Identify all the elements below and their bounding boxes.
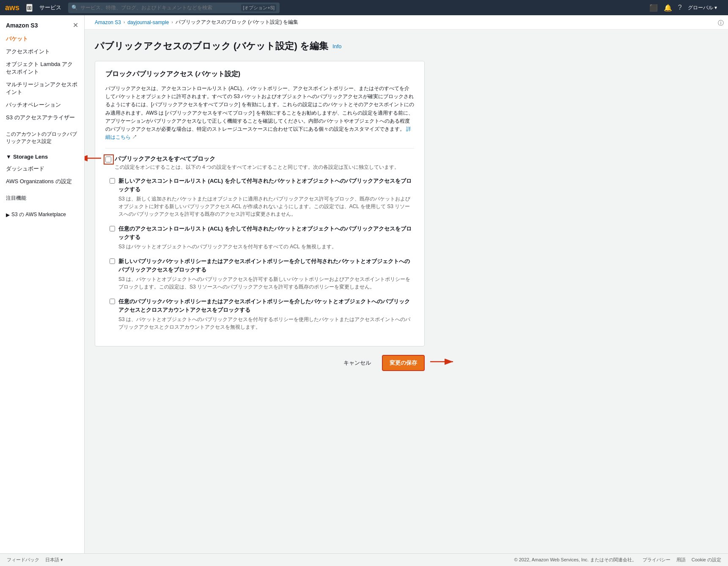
services-button[interactable]: サービス (37, 3, 64, 12)
sidebar-item-dashboard[interactable]: ダッシュボード (0, 162, 84, 175)
info-icon-top-right[interactable]: ⓘ (718, 19, 724, 27)
sub-option-1-label: 新しいアクセスコントロールリスト (ACL) を介して付与されたバケットとオブジ… (118, 177, 414, 193)
sub-option-1: 新しいアクセスコントロールリスト (ACL) を介して付与されたバケットとオブジ… (110, 177, 414, 218)
expand-icon-marketplace: ▶ (6, 212, 10, 218)
sidebar-item-org-settings[interactable]: AWS Organizations の設定 (0, 175, 84, 188)
sub-option-3-desc: S3 は、バケットとオブジェクトへのパブリックアクセスを許可する新しいバケットポ… (118, 275, 414, 291)
breadcrumb: Amazon S3 › dayjournal-sample › パブリックアクセ… (85, 15, 728, 30)
main-content: ⓘ Amazon S3 › dayjournal-sample › パブリックア… (85, 15, 728, 553)
copyright-text: © 2022, Amazon Web Services, Inc. またはその関… (514, 557, 637, 563)
sub-option-4-label: 任意のパブリックバケットポリシーまたはアクセスポイントポリシーを介したバケットと… (118, 297, 414, 314)
divider-1 (105, 148, 414, 148)
sidebar-item-batch[interactable]: バッチオペレーション (0, 99, 84, 111)
language-button[interactable]: 日本語 ▾ (45, 557, 63, 563)
sub-option-4-checkbox[interactable] (110, 299, 115, 304)
grid-icon[interactable]: ⊞ (26, 4, 33, 12)
search-bar: 🔍 [オプション+S] (68, 3, 280, 13)
search-input[interactable] (80, 5, 239, 11)
sidebar-notice[interactable]: 注目機能 (0, 192, 84, 204)
block-all-checkbox[interactable] (105, 157, 111, 162)
sub-option-2-checkbox[interactable] (110, 226, 115, 231)
search-icon: 🔍 (71, 5, 78, 11)
terms-link[interactable]: 用語 (676, 557, 686, 563)
sidebar: Amazon S3 ✕ バケット アクセスポイント オブジェクト Lambda … (0, 15, 85, 553)
main-option-desc: この設定をオンにすることは、以下の 4 つの設定をすべてオンにすることと同じです… (115, 164, 399, 171)
feedback-button[interactable]: フィードバック (7, 557, 39, 563)
sidebar-nav-storage-lens: ダッシュボード AWS Organizations の設定 (0, 162, 84, 188)
sidebar-item-analyzer[interactable]: S3 のアクセスアナライザー (0, 111, 84, 124)
bell-icon[interactable]: 🔔 (664, 4, 672, 12)
app-body: Amazon S3 ✕ バケット アクセスポイント オブジェクト Lambda … (0, 15, 728, 553)
sub-option-2-label: 任意のアクセスコントロールリスト (ACL) を介して付与されたバケットとオブジ… (118, 225, 414, 241)
actions-row: キャンセル 変更の保存 (95, 355, 425, 371)
sidebar-storage-lens[interactable]: ▼ Storage Lens (0, 151, 84, 162)
help-icon[interactable]: ? (678, 4, 682, 11)
terminal-icon[interactable]: ⬛ (649, 4, 658, 12)
privacy-link[interactable]: プライバシー (643, 557, 670, 563)
sub-option-2-desc: S3 はバケットとオブジェクトへのパブリックアクセスを付与するすべての ACL … (118, 243, 414, 250)
sidebar-header: Amazon S3 ✕ (0, 15, 84, 33)
breadcrumb-chevron-1: › (124, 20, 125, 25)
bottom-bar-left: フィードバック 日本語 ▾ (7, 557, 63, 563)
breadcrumb-chevron-2: › (171, 20, 173, 25)
arrow-annotation-save (427, 356, 456, 368)
search-shortcut: [オプション+S] (241, 4, 276, 11)
sidebar-item-lambda-access-points[interactable]: オブジェクト Lambda アクセスポイント (0, 58, 84, 78)
cancel-button[interactable]: キャンセル (338, 356, 377, 370)
sub-option-3-checkbox[interactable] (110, 258, 115, 264)
info-link[interactable]: Info (332, 43, 342, 49)
sub-options: 新しいアクセスコントロールリスト (ACL) を介して付与されたバケットとオブジ… (105, 177, 414, 331)
breadcrumb-current: パブリックアクセスのブロック (バケット設定) を編集 (176, 19, 299, 26)
external-link-icon: ↗ (132, 134, 137, 140)
aws-logo: aws (5, 3, 19, 12)
sidebar-nav: バケット アクセスポイント オブジェクト Lambda アクセスポイント マルチ… (0, 33, 84, 124)
save-button[interactable]: 変更の保存 (382, 355, 425, 371)
sub-option-4: 任意のパブリックバケットポリシーまたはアクセスポイントポリシーを介したバケットと… (110, 297, 414, 331)
page-title: パブリックアクセスのブロック (バケット設定) を編集 (95, 40, 328, 52)
sub-option-3: 新しいパブリックバケットポリシーまたはアクセスポイントポリシーを介して付与された… (110, 257, 414, 291)
expand-icon: ▼ (6, 154, 11, 160)
bottom-bar: フィードバック 日本語 ▾ © 2022, Amazon Web Service… (0, 553, 728, 566)
top-nav: aws ⊞ サービス 🔍 [オプション+S] ⬛ 🔔 ? グローバル ▾ (0, 0, 728, 15)
sub-option-1-checkbox[interactable] (110, 178, 115, 184)
sidebar-item-multi-region[interactable]: マルチリージョンアクセスポイント (0, 78, 84, 99)
sub-option-1-desc: S3 は、新しく追加されたバケットまたはオブジェクトに適用されたパブリックアクセ… (118, 195, 414, 218)
main-option-label: パブリックアクセスをすべてブロック (115, 155, 399, 163)
breadcrumb-bucket[interactable]: dayjournal-sample (127, 19, 169, 25)
top-nav-right: ⬛ 🔔 ? グローバル ▾ (649, 4, 723, 12)
page-body: パブリックアクセスのブロック (バケット設定) を編集 Info ブロックパブリ… (85, 30, 728, 381)
sidebar-account-block[interactable]: このアカウントのブロックパブリックアクセス設定 (0, 128, 84, 148)
bottom-bar-right: © 2022, Amazon Web Services, Inc. またはその関… (514, 557, 721, 563)
breadcrumb-s3[interactable]: Amazon S3 (95, 19, 121, 25)
card-description: パブリックアクセスは、アクセスコントロールリスト (ACL)、バケットポリシー、… (105, 85, 414, 141)
sidebar-marketplace[interactable]: ▶ S3 の AWS Marketplace (0, 209, 84, 221)
sidebar-item-access-points[interactable]: アクセスポイント (0, 45, 84, 58)
card-title: ブロックパブリックアクセス (バケット設定) (105, 70, 414, 79)
cookie-link[interactable]: Cookie の設定 (692, 557, 721, 563)
sub-option-2-content: 任意のアクセスコントロールリスト (ACL) を介して付与されたバケットとオブジ… (118, 225, 414, 250)
main-option-block-all: パブリックアクセスをすべてブロック この設定をオンにすることは、以下の 4 つの… (105, 155, 414, 171)
sidebar-item-buckets[interactable]: バケット (0, 33, 84, 45)
sidebar-title: Amazon S3 (6, 22, 38, 29)
global-button[interactable]: グローバル ▾ (688, 4, 717, 11)
sub-option-3-label: 新しいパブリックバケットポリシーまたはアクセスポイントポリシーを介して付与された… (118, 257, 414, 274)
page-header: パブリックアクセスのブロック (バケット設定) を編集 Info (95, 40, 718, 52)
sub-option-4-content: 任意のパブリックバケットポリシーまたはアクセスポイントポリシーを介したバケットと… (118, 297, 414, 331)
sub-option-3-content: 新しいパブリックバケットポリシーまたはアクセスポイントポリシーを介して付与された… (118, 257, 414, 291)
sub-option-1-content: 新しいアクセスコントロールリスト (ACL) を介して付与されたバケットとオブジ… (118, 177, 414, 218)
block-public-access-card: ブロックパブリックアクセス (バケット設定) パブリックアクセスは、アクセスコン… (95, 61, 425, 346)
arrow-annotation-left (85, 152, 103, 165)
main-option-text: パブリックアクセスをすべてブロック この設定をオンにすることは、以下の 4 つの… (115, 155, 399, 171)
sidebar-close-button[interactable]: ✕ (73, 21, 78, 29)
sub-option-4-desc: S3 は、バケットとオブジェクトへのパブリックアクセスを付与するポリシーを使用し… (118, 316, 414, 331)
sub-option-2: 任意のアクセスコントロールリスト (ACL) を介して付与されたバケットとオブジ… (110, 225, 414, 250)
